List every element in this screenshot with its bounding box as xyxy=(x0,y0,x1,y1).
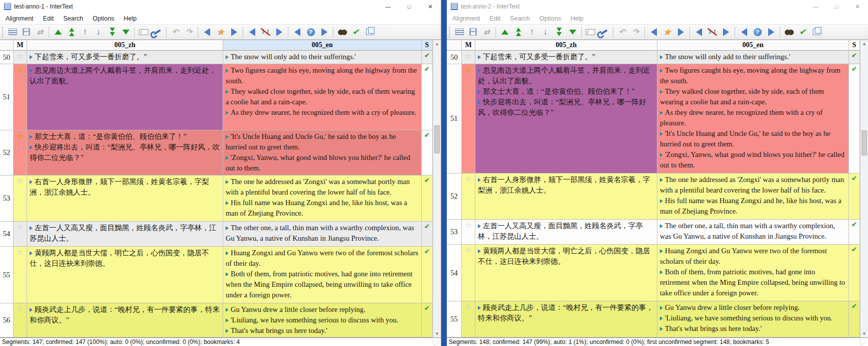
status-cell[interactable]: ✔ xyxy=(849,174,860,220)
find-button[interactable] xyxy=(783,26,795,38)
minimize-button[interactable]: — xyxy=(805,0,826,13)
status-cell[interactable]: ✔ xyxy=(422,303,433,337)
bookmark-star-empty-icon[interactable]: ☆ xyxy=(17,223,23,246)
table-row[interactable]: 55☆顾炎武走上几步，说道：“晚村兄，有一件要紧的事，特来和你商议。”Gu Ya… xyxy=(447,301,860,337)
target-segment[interactable]: His full name was Huang Zongxi and he, l… xyxy=(660,196,846,217)
save-button[interactable] xyxy=(20,26,33,38)
target-segment[interactable]: Gu Yanwu drew a little closer before rep… xyxy=(226,304,419,315)
source-cell[interactable]: 忽见南边大道上两个人戴着斗笠，并肩而来，走到近处，认出了面貌。那文士大喜，道：“… xyxy=(475,64,657,174)
table-row[interactable]: 56☆顾炎武走上几步，说道：“晚村兄，有一件要紧的事，特来和你商议。”Gu Ya… xyxy=(0,303,433,337)
source-column-header[interactable]: 005_zh xyxy=(27,40,223,50)
bookmark-star-empty-icon[interactable]: ☆ xyxy=(17,248,23,303)
menu-search[interactable]: Search xyxy=(63,15,83,22)
next-unconfirmed-button[interactable] xyxy=(318,26,330,38)
find-button[interactable] xyxy=(336,26,349,38)
confirm-button[interactable]: ✔ xyxy=(796,26,809,38)
target-segment[interactable]: That's what brings us here today.' xyxy=(660,323,846,334)
target-segment[interactable]: The other one, a tall, thin man with a s… xyxy=(226,223,419,244)
table-row[interactable]: 51★忽见南边大道上两个人戴着斗笠，并肩而来，走到近处，认出了面貌。Two fi… xyxy=(0,64,433,130)
source-cell[interactable]: 左首一人又高又瘦，面目黝黑，姓顾名炎武，字亭林，江苏昆山人士。 xyxy=(27,222,223,247)
source-segment[interactable]: 下起雪来，可又多受一番折磨了。” xyxy=(30,52,220,62)
target-cell[interactable]: 'It's Uncle Huang and Uncle Gu,' he said… xyxy=(223,130,422,176)
target-segment[interactable]: Two figures caught his eye, moving along… xyxy=(226,65,419,86)
vertical-scrollbar[interactable]: ▲ ▼ xyxy=(433,40,441,337)
status-cell[interactable]: ✔ xyxy=(422,64,433,130)
bookmark-cell[interactable]: ☆ xyxy=(14,247,27,303)
titlebar[interactable]: test-anno-2 - InterText —□✕ xyxy=(447,0,868,13)
prev-unconfirmed-button[interactable] xyxy=(291,26,303,38)
bookmark-star-empty-icon[interactable]: ☆ xyxy=(465,221,471,244)
bookmark-cell[interactable]: ☆ xyxy=(462,174,475,220)
maximize-button[interactable]: □ xyxy=(826,0,847,13)
target-segment[interactable]: 'Liuliang, we have something serious to … xyxy=(226,315,419,325)
target-segment[interactable]: 'It's Uncle Huang and Uncle Gu,' he said… xyxy=(660,128,846,149)
sync-button[interactable]: ⇄ xyxy=(34,26,46,38)
target-cell[interactable]: The one he addressed as 'Zongxi' was a s… xyxy=(657,174,849,220)
menu-help[interactable]: Help xyxy=(571,15,584,22)
source-cell[interactable]: 顾炎武走上几步，说道：“晚村兄，有一件要紧的事，特来和你商议。” xyxy=(27,303,223,337)
bookmark-star-button[interactable]: ★ xyxy=(214,26,227,38)
status-cell[interactable]: ✔ xyxy=(849,220,860,245)
minimize-button[interactable]: — xyxy=(378,0,399,13)
redo-button[interactable]: ↷ xyxy=(629,26,642,38)
merge-up-button[interactable] xyxy=(498,26,511,38)
source-segment[interactable]: 忽见南边大道上两个人戴着斗笠，并肩而来，走到近处，认出了面貌。 xyxy=(478,65,654,86)
toolbar-drag-handle[interactable] xyxy=(2,27,4,38)
status-cell[interactable]: ✔ xyxy=(422,247,433,303)
target-column-header[interactable]: 005_en xyxy=(223,40,422,50)
source-cell[interactable]: 右首一人身形微胖，颏下一部黑须，姓黄名宗羲，字梨洲，浙江余姚人士。 xyxy=(27,176,223,222)
target-segment[interactable]: 'Liuliang, we have something serious to … xyxy=(660,313,846,323)
target-cell[interactable]: The other one, a tall, thin man with a s… xyxy=(657,220,849,245)
close-button[interactable]: ✕ xyxy=(420,0,441,13)
target-segment[interactable]: They walked close together, side by side… xyxy=(226,86,419,107)
source-segment[interactable]: 那文士大喜，道：“是你黄伯伯、顾伯伯来了！” xyxy=(30,131,220,142)
table-row[interactable]: 50☆下起雪来，可又多受一番折磨了。”The snow will only ad… xyxy=(0,51,433,64)
target-cell[interactable]: The snow will only add to their sufferin… xyxy=(223,51,422,64)
bookmark-cell[interactable]: ☆ xyxy=(14,176,27,222)
bookmark-cell[interactable]: ☆ xyxy=(14,303,27,337)
source-segment[interactable]: 那文士大喜，道：“是你黄伯伯、顾伯伯来了！” xyxy=(478,86,654,97)
bookmark-cell[interactable]: ★ xyxy=(462,64,475,174)
undo-button[interactable]: ↶ xyxy=(616,26,628,38)
target-cell[interactable]: Huang Zongxi and Gu Yanwu were two of th… xyxy=(657,245,849,301)
target-column-header[interactable]: 005_en xyxy=(657,40,849,50)
bookmark-star-button[interactable]: ★ xyxy=(661,26,673,38)
sync-button[interactable]: ⇄ xyxy=(480,26,493,38)
prev-mismatch-button[interactable] xyxy=(246,26,258,38)
bookmark-cell[interactable]: ☆ xyxy=(462,51,475,64)
help-button[interactable]: ? xyxy=(304,26,317,38)
redo-button[interactable]: ↷ xyxy=(183,26,195,38)
scrollbar-thumb[interactable] xyxy=(861,130,867,155)
bookmark-cell[interactable]: ☆ xyxy=(14,222,27,247)
menu-alignment[interactable]: Alignment xyxy=(452,15,480,22)
table-row[interactable]: 55☆黄顾两人都是当世大儒，明亡之后，心伤国变，隐居不仕，这日连袂来到崇德。Hu… xyxy=(0,247,433,303)
target-segment[interactable]: Both of them, from patriotic motives, ha… xyxy=(226,269,419,300)
undo-button[interactable]: ↶ xyxy=(169,26,182,38)
status-cell[interactable]: ✔ xyxy=(849,245,860,301)
bookmark-star-empty-icon[interactable]: ☆ xyxy=(465,52,471,64)
vertical-scrollbar[interactable]: ▲ ▼ xyxy=(860,40,868,337)
source-segment[interactable]: 快步迎将出去，叫道：“梨洲兄、亭林兄，哪一阵好风，吹得你二位光临？” xyxy=(478,97,654,118)
next-mismatch-button[interactable] xyxy=(720,26,732,38)
menu-edit[interactable]: Edit xyxy=(43,15,54,22)
source-segment[interactable]: 顾炎武走上几步，说道：“晚村兄，有一件要紧的事，特来和你商议。” xyxy=(478,302,654,323)
swap-pages-button[interactable] xyxy=(810,26,822,38)
target-segment[interactable]: The one he addressed as 'Zongxi' was a s… xyxy=(226,177,419,198)
target-segment[interactable]: 'Zongxi, Yanwu, what good wind blows you… xyxy=(660,149,846,170)
status-cell[interactable]: ✔ xyxy=(849,51,860,64)
table-row[interactable]: 51★忽见南边大道上两个人戴着斗笠，并肩而来，走到近处，认出了面貌。那文士大喜，… xyxy=(447,64,860,174)
move-down-button[interactable]: ↓ xyxy=(539,26,552,38)
scroll-down-arrow[interactable]: ▼ xyxy=(860,331,868,336)
help-button[interactable]: ? xyxy=(751,26,764,38)
source-segment[interactable]: 下起雪来，可又多受一番折磨了。” xyxy=(478,52,654,62)
bookmark-cell[interactable]: ☆ xyxy=(462,245,475,301)
one-to-one-button[interactable]: 1 1 xyxy=(259,26,272,38)
target-segment[interactable]: Both of them, from patriotic motives, ha… xyxy=(660,267,846,298)
resize-grip[interactable] xyxy=(433,339,439,345)
table-row[interactable]: 50☆下起雪来，可又多受一番折磨了。”The snow will only ad… xyxy=(447,51,860,64)
next-bookmark-button[interactable] xyxy=(674,26,687,38)
source-segment[interactable]: 左首一人又高又瘦，面目黝黑，姓顾名炎武，字亭林，江苏昆山人士。 xyxy=(30,223,220,244)
menu-search[interactable]: Search xyxy=(510,15,530,22)
menu-alignment[interactable]: Alignment xyxy=(6,15,34,22)
source-column-header[interactable]: 005_zh xyxy=(475,40,657,50)
